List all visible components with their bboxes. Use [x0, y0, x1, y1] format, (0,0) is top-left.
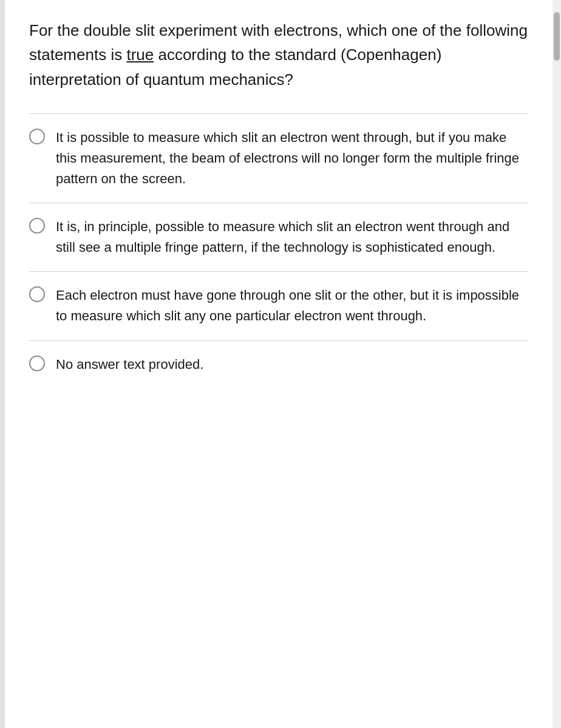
page-container: For the double slit experiment with elec…: [0, 0, 561, 728]
radio-b[interactable]: [29, 218, 45, 234]
option-row-a: It is possible to measure which slit an …: [29, 114, 528, 203]
question-text: For the double slit experiment with elec…: [29, 18, 528, 92]
option-text-d: No answer text provided.: [56, 354, 203, 375]
right-scrollbar: [552, 0, 561, 728]
content-area: For the double slit experiment with elec…: [5, 0, 552, 728]
left-border: [0, 0, 5, 728]
option-text-c: Each electron must have gone through one…: [56, 285, 528, 326]
option-row-b: It is, in principle, possible to measure…: [29, 203, 528, 271]
radio-c[interactable]: [29, 286, 45, 302]
option-text-b: It is, in principle, possible to measure…: [56, 217, 528, 258]
underline-word: true: [126, 46, 154, 64]
option-row-d: No answer text provided.: [29, 341, 528, 388]
radio-d[interactable]: [29, 356, 45, 371]
option-text-a: It is possible to measure which slit an …: [56, 127, 528, 189]
radio-a[interactable]: [29, 129, 45, 144]
option-row-c: Each electron must have gone through one…: [29, 272, 528, 340]
scrollbar-thumb[interactable]: [554, 12, 560, 61]
